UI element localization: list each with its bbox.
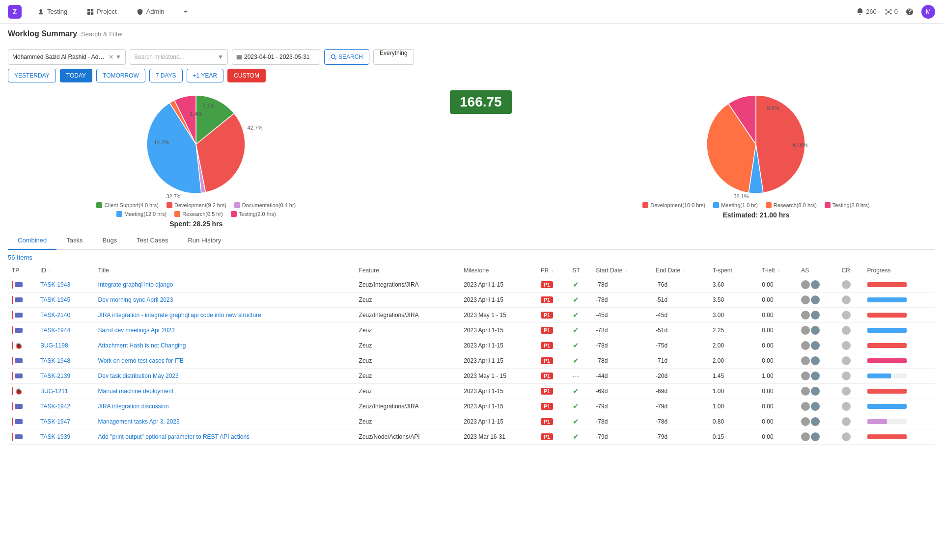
- table-container: TP ID ↕ Title Feature Milestone PR ↕ ST …: [8, 264, 935, 445]
- network-btn[interactable]: 0: [885, 8, 898, 16]
- qf-yesterday[interactable]: YESTERDAY: [8, 69, 56, 82]
- date-filter[interactable]: 2023-04-01 - 2023-05-31: [232, 49, 320, 65]
- cell-id[interactable]: TASK-1944: [36, 323, 94, 338]
- task-id-link[interactable]: TASK-1944: [40, 327, 70, 334]
- title-link[interactable]: Management tasks Apr 3, 2023: [98, 418, 180, 425]
- title-link[interactable]: Work on demo test cases for ITB: [98, 357, 184, 364]
- status-done-icon: ✔: [573, 341, 579, 349]
- task-id-link[interactable]: TASK-1948: [40, 357, 70, 364]
- avatar-sm: [801, 311, 810, 320]
- tab-combined[interactable]: Combined: [8, 232, 56, 250]
- qf-tomorrow[interactable]: TOMORROW: [96, 69, 145, 82]
- title-link[interactable]: Sazid dev meetings Apr 2023: [98, 327, 175, 334]
- avatar-sm: [801, 280, 810, 289]
- avatar-sm-2: [811, 311, 820, 320]
- task-id-link[interactable]: TASK-1947: [40, 418, 70, 425]
- progress-bar-wrap: [867, 282, 907, 287]
- qf-1year[interactable]: +1 YEAR: [187, 69, 223, 82]
- task-id-link[interactable]: TASK-2140: [40, 312, 70, 319]
- help-btn[interactable]: [906, 8, 914, 16]
- cell-tleft: 0.00: [758, 293, 797, 308]
- avatar-group: [801, 387, 833, 396]
- cell-id[interactable]: TASK-2140: [36, 308, 94, 323]
- nav-testing[interactable]: Testing: [33, 6, 71, 17]
- nav-add[interactable]: +: [180, 6, 192, 17]
- qf-today[interactable]: TODAY: [60, 69, 92, 82]
- legend-dot: [174, 211, 180, 217]
- tab-tasks[interactable]: Tasks: [56, 232, 92, 250]
- cell-title[interactable]: JIRA integration discussion: [94, 399, 355, 414]
- user-filter[interactable]: Mohammed Sazid Al Rashid - Admin ✕ ▼: [8, 49, 126, 65]
- cell-as: [797, 429, 837, 445]
- cell-id[interactable]: TASK-1939: [36, 429, 94, 445]
- qf-7days[interactable]: 7 DAYS: [149, 69, 183, 82]
- cell-id[interactable]: TASK-1945: [36, 293, 94, 308]
- cell-id[interactable]: BUG-1198: [36, 338, 94, 353]
- milestone-filter[interactable]: Search milestone... ▼: [130, 49, 228, 65]
- everything-button[interactable]: Everything: [373, 49, 414, 65]
- col-startdate: Start Date ↕: [592, 264, 652, 277]
- tab-runhistory[interactable]: Run History: [178, 232, 231, 250]
- cell-id[interactable]: TASK-1943: [36, 277, 94, 293]
- task-id-link[interactable]: BUG-1198: [40, 342, 68, 349]
- bell-icon: [856, 8, 864, 16]
- cr-avatar: [842, 341, 851, 350]
- cell-id[interactable]: TASK-1947: [36, 414, 94, 429]
- tab-testcases[interactable]: Test Cases: [127, 232, 178, 250]
- task-id-link[interactable]: BUG-1211: [40, 388, 68, 395]
- priority-badge: P1: [541, 433, 553, 440]
- cell-title[interactable]: Management tasks Apr 3, 2023: [94, 414, 355, 429]
- title-link[interactable]: Dev morning sync April 2023: [98, 296, 173, 303]
- nav-admin[interactable]: Admin: [133, 6, 168, 17]
- title-link[interactable]: Integrate graphql into django: [98, 281, 173, 288]
- progress-bar-fill: [867, 358, 907, 363]
- cell-cr: [838, 308, 863, 323]
- cell-id[interactable]: TASK-1948: [36, 353, 94, 369]
- cr-avatar: [842, 372, 851, 380]
- task-id-link[interactable]: TASK-2139: [40, 373, 70, 379]
- cell-title[interactable]: Dev morning sync April 2023: [94, 293, 355, 308]
- cell-title[interactable]: Work on demo test cases for ITB: [94, 353, 355, 369]
- cell-title[interactable]: Add "print output" optional parameter to…: [94, 429, 355, 445]
- cell-title[interactable]: Dev task distribution May 2023: [94, 369, 355, 384]
- cell-id[interactable]: TASK-2139: [36, 369, 94, 384]
- task-id-link[interactable]: TASK-1942: [40, 403, 70, 410]
- qf-custom[interactable]: CUSTOM: [227, 69, 266, 82]
- search-button[interactable]: SEARCH: [324, 49, 369, 65]
- task-id-link[interactable]: TASK-1943: [40, 281, 70, 288]
- title-link[interactable]: Add "print output" optional parameter to…: [98, 433, 250, 440]
- user-filter-clear[interactable]: ✕: [109, 53, 113, 60]
- cell-milestone: 2023 May 1 - 15: [460, 308, 537, 323]
- task-icon: [15, 297, 23, 302]
- task-id-link[interactable]: TASK-1945: [40, 296, 70, 303]
- nav-project[interactable]: Project: [83, 6, 120, 17]
- progress-bar-fill: [867, 389, 907, 394]
- cell-id[interactable]: TASK-1942: [36, 399, 94, 414]
- cell-title[interactable]: Integrate graphql into django: [94, 277, 355, 293]
- cell-title[interactable]: Manual machine deployment: [94, 384, 355, 399]
- nav-testing-label: Testing: [47, 8, 67, 15]
- table-body: TASK-1943 Integrate graphql into django …: [8, 277, 935, 445]
- nav-admin-label: Admin: [146, 8, 165, 15]
- status-done-icon: ✔: [573, 280, 579, 289]
- cell-title[interactable]: JIRA integration - integrate graphql api…: [94, 308, 355, 323]
- title-link[interactable]: Manual machine deployment: [98, 388, 173, 395]
- priority-badge: P1: [541, 327, 553, 334]
- title-link[interactable]: Attachment Hash is not Changing: [98, 342, 186, 349]
- bell-btn[interactable]: 260: [856, 8, 877, 16]
- task-id-link[interactable]: TASK-1939: [40, 433, 70, 440]
- cr-avatar: [842, 402, 851, 411]
- cell-pr: P1: [537, 338, 569, 353]
- avatar-btn[interactable]: M: [921, 5, 935, 19]
- logo[interactable]: Z: [8, 5, 22, 19]
- cell-title[interactable]: Sazid dev meetings Apr 2023: [94, 323, 355, 338]
- cell-title[interactable]: Attachment Hash is not Changing: [94, 338, 355, 353]
- legend-dot: [642, 202, 648, 208]
- avatar-sm-2: [811, 356, 820, 365]
- title-link[interactable]: Dev task distribution May 2023: [98, 373, 179, 379]
- avatar-group: [801, 311, 833, 320]
- cell-id[interactable]: BUG-1211: [36, 384, 94, 399]
- tab-bugs[interactable]: Bugs: [93, 232, 127, 250]
- title-link[interactable]: JIRA integration discussion: [98, 403, 169, 410]
- title-link[interactable]: JIRA integration - integrate graphql api…: [98, 312, 261, 319]
